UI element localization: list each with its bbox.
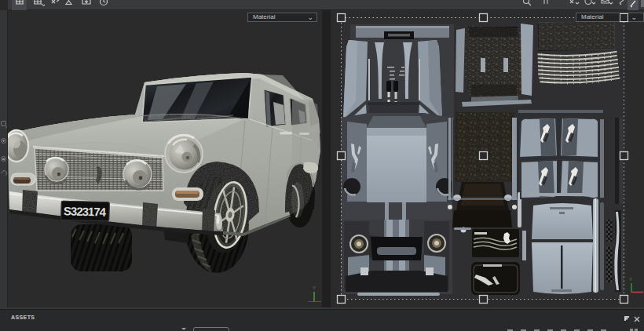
svg-text:Y: Y: [313, 286, 316, 290]
svg-text:S323174: S323174: [64, 204, 107, 218]
svg-text:Y: Y: [629, 277, 632, 282]
